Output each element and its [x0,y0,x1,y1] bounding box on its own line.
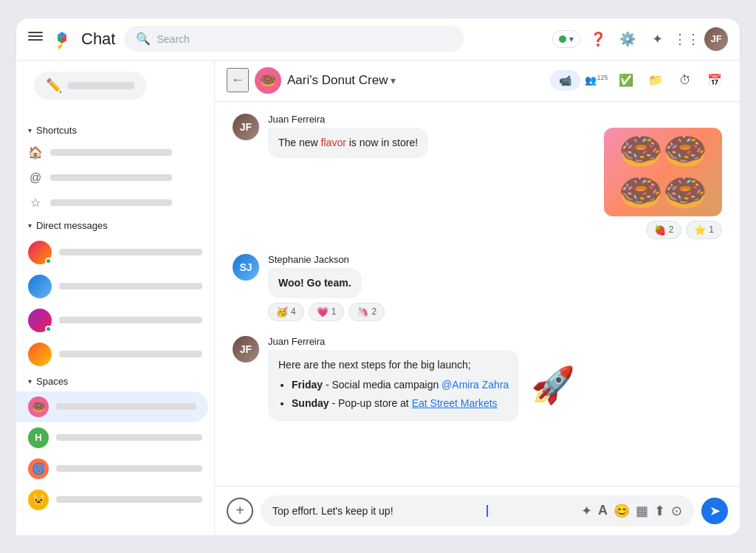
message-input-box[interactable]: Top effort. Let's keep it up! ✦ A 😊 ▦ ⬆ … [261,495,694,526]
app-title: Chat [81,30,115,49]
help-button[interactable]: ❓ [586,27,610,51]
message-bubble-1: The new flavor is now in store! [268,128,428,158]
add-attachment-button[interactable]: + [227,498,253,524]
emoji-tool[interactable]: 😊 [614,503,630,519]
sender-stephanie: Stephanie Jackson [268,254,722,265]
party-emoji: 🥳 [276,306,288,317]
top-actions: 📹 👥125 ✅ 📁 ⏱ 📅 [550,67,728,94]
reactions-2: 🥳 4 💗 1 🦄 2 [268,303,722,321]
main-chat-panel: ← 🍩 Aari's Donut Crew ▾ 📹 👥125 ✅ [214,60,740,535]
status-dot [559,35,566,43]
strawberry-emoji: 🍓 [654,224,666,236]
app-body: ✏️ ▾ Shortcuts 🏠 @ ☆ [16,60,740,535]
online-indicator-3 [45,326,52,332]
flavor-text: flavor [321,137,346,148]
tasks-button[interactable]: ✅ [613,67,639,94]
shortcut-home[interactable]: 🏠 [16,140,214,165]
dm-item-4[interactable] [16,337,214,371]
eat-street-link[interactable]: Eat Street Markets [412,397,498,409]
new-chat-button[interactable]: ✏️ [34,72,146,100]
sparkle-tool[interactable]: ✦ [581,503,592,519]
reaction-star[interactable]: ⭐ 1 [686,221,722,239]
online-indicator-1 [45,258,52,264]
menu-icon[interactable] [28,32,43,47]
timer-button[interactable]: ⏱ [672,67,698,94]
spaces-chevron: ▾ [28,377,32,385]
stephanie-avatar: SJ [233,254,259,281]
files-button[interactable]: 📁 [642,67,669,94]
dm-avatar-2 [28,275,52,298]
reaction-strawberry[interactable]: 🍓 2 [646,221,682,239]
video-icon: 📹 [559,75,571,86]
space-item-animal[interactable]: 🐱 [16,484,214,515]
settings-button[interactable]: ⚙️ [616,27,639,51]
members-button[interactable]: 👥125 [583,67,610,94]
reaction-unicorn[interactable]: 🦄 2 [348,303,385,321]
space-name-text: Aari's Donut Crew [287,73,388,88]
search-bar[interactable]: 🔍 Search [124,26,464,52]
back-button[interactable]: ← [227,68,249,92]
dm-label-1 [59,249,202,255]
grid-button[interactable]: ⋮⋮ [675,27,698,51]
calendar-button[interactable]: 📅 [701,67,728,94]
files-icon: 📁 [648,73,663,87]
message-bubble-3: Here are the next steps for the big laun… [268,350,519,422]
space-animal-label [56,496,202,503]
upload-tool[interactable]: ⬆ [654,503,665,519]
reaction-heart[interactable]: 💗 1 [309,303,345,321]
msg-3-intro: Here are the next steps for the big laun… [278,359,471,371]
sparkle-button[interactable]: ✦ [645,27,669,51]
strawberry-count: 2 [669,224,674,235]
dm-item-1[interactable] [16,236,214,269]
calendar-icon: 📅 [707,73,722,87]
space-spiral-icon: 🌀 [28,458,49,479]
gif-tool[interactable]: ▦ [636,503,648,519]
home-icon: 🏠 [28,145,43,160]
shortcut-mentions[interactable]: @ [16,165,214,190]
space-avatar: 🍩 [255,67,281,94]
juan-avatar-2: JF [233,336,259,363]
dm-item-3[interactable] [16,303,214,337]
sender-juan-2: Juan Ferreira [268,336,722,347]
spaces-section-header[interactable]: ▾ Spaces [16,371,214,391]
chat-top-bar: ← 🍩 Aari's Donut Crew ▾ 📹 👥125 ✅ [215,60,740,102]
format-tool[interactable]: A [598,503,608,518]
heart-count: 1 [331,306,337,317]
search-placeholder: Search [157,33,189,45]
dm-label-2 [59,283,202,289]
input-text-value[interactable]: Top effort. Let's keep it up! [272,505,394,517]
space-item-spiral[interactable]: 🌀 [16,453,214,484]
app-shell: Chat 🔍 Search ▾ ❓ ⚙️ ✦ ⋮⋮ JF ✏️ [16,18,740,535]
messages-area: JF Juan Ferreira The new flavor is now i… [215,102,740,486]
send-button[interactable]: ➤ [701,498,728,524]
donut-image: 🍩🍩🍩🍩 [604,128,722,216]
user-avatar[interactable]: JF [704,27,728,51]
donut-image-inner: 🍩🍩🍩🍩 [604,128,722,216]
new-chat-icon: ✏️ [46,78,62,94]
shortcuts-section-header[interactable]: ▾ Shortcuts [16,120,214,140]
dm-avatar-3 [28,309,52,332]
friday-text: - Social media campaign [326,379,441,391]
mention-amira[interactable]: @Amira Zahra [441,379,509,391]
input-tools: ✦ A 😊 ▦ ⬆ ⊙ [581,503,682,519]
shortcut-starred[interactable]: ☆ [16,190,214,216]
message-group-2: SJ Stephanie Jackson Woo! Go team. 🥳 4 💗 [233,254,722,321]
space-name-chevron[interactable]: ▾ [391,75,396,86]
space-name: Aari's Donut Crew ▾ [287,73,396,88]
space-h-label [56,434,202,441]
shortcut-mentions-label [50,174,172,181]
space-item-donut[interactable]: 🍩 [16,391,208,422]
sunday-text: - Pop-up store at [331,397,411,409]
dm-section-header[interactable]: ▾ Direct messages [16,216,214,236]
status-button[interactable]: ▾ [552,30,580,48]
dm-item-2[interactable] [16,269,214,303]
dm-avatar-1 [28,241,52,264]
reaction-party[interactable]: 🥳 4 [268,303,304,321]
global-top-bar: Chat 🔍 Search ▾ ❓ ⚙️ ✦ ⋮⋮ JF [16,18,740,60]
record-tool[interactable]: ⊙ [671,503,682,519]
space-item-h[interactable]: H [16,422,214,453]
rocket-emoji: 🚀 [531,365,575,406]
new-chat-label [68,82,134,89]
video-call-button[interactable]: 📹 [550,70,580,91]
message-group-3: JF Juan Ferreira Here are the next steps… [233,336,722,422]
